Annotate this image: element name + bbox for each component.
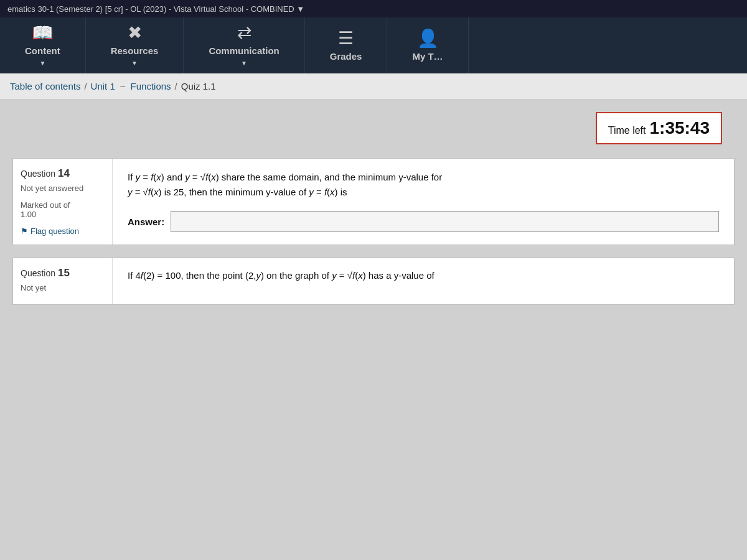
question-14-sidebar: Question 14 Not yet answered Marked out … <box>13 159 113 245</box>
timer-value: 1:35:43 <box>649 118 710 138</box>
timer-label: Time left <box>608 125 646 136</box>
resources-arrow: ▼ <box>131 60 138 67</box>
breadcrumb-sep2: / <box>175 81 177 91</box>
question-15-number: Question 15 <box>21 267 105 279</box>
nav-label-grades: Grades <box>330 51 362 62</box>
content-arrow: ▼ <box>39 60 45 67</box>
question-15-block: Question 15 Not yet If 4f(2) = 100, then… <box>12 258 735 305</box>
flag-icon: ⚑ <box>21 226 28 236</box>
nav-item-content[interactable]: 📖 Content ▼ <box>0 17 86 73</box>
nav-label-resources: Resources <box>111 45 159 56</box>
question-15-status: Not yet <box>21 283 105 292</box>
question-15-sidebar: Question 15 Not yet <box>13 258 113 304</box>
my-tools-icon: 👤 <box>417 30 439 47</box>
breadcrumb-sep1: / <box>84 81 87 91</box>
nav-item-grades[interactable]: ☰ Grades <box>305 17 388 73</box>
nav-label-content: Content <box>25 45 60 56</box>
breadcrumb-tilde: ~ <box>120 81 126 91</box>
nav-item-resources[interactable]: ✖ Resources ▼ <box>86 17 184 73</box>
nav-bar: 📖 Content ▼ ✖ Resources ▼ ⇄ Communicatio… <box>0 17 747 73</box>
breadcrumb-toc[interactable]: Table of contents <box>10 81 80 91</box>
timer-box: Time left1:35:43 <box>596 112 722 144</box>
nav-item-communication[interactable]: ⇄ Communication ▼ <box>184 17 304 73</box>
top-bar: ematics 30-1 (Semester 2) [5 cr] - OL (2… <box>0 0 747 17</box>
nav-label-communication: Communication <box>209 45 279 56</box>
flag-question-14-button[interactable]: ⚑ Flag question <box>21 226 105 236</box>
answer-input-14[interactable] <box>171 211 719 232</box>
nav-item-my-tools[interactable]: 👤 My T… <box>387 17 468 73</box>
question-14-body: If y = f(x) and y = √f(x) share the same… <box>113 159 734 245</box>
main-content: Time left1:35:43 Question 14 Not yet ans… <box>0 100 747 317</box>
breadcrumb-functions[interactable]: Functions <box>131 81 171 91</box>
question-14-number: Question 14 <box>21 167 105 180</box>
answer-label: Answer: <box>128 217 164 227</box>
page-title: ematics 30-1 (Semester 2) [5 cr] - OL (2… <box>7 4 304 14</box>
timer-container: Time left1:35:43 <box>12 112 735 151</box>
grades-icon: ☰ <box>338 30 354 47</box>
breadcrumb: Table of contents / Unit 1 ~ Functions /… <box>0 73 747 100</box>
question-14-answer-row: Answer: <box>128 211 719 232</box>
breadcrumb-current: Quiz 1.1 <box>181 81 216 91</box>
question-14-text: If y = f(x) and y = √f(x) share the same… <box>128 170 719 200</box>
resources-icon: ✖ <box>128 24 142 42</box>
question-14-status: Not yet answered <box>21 184 105 193</box>
communication-arrow: ▼ <box>241 60 247 67</box>
communication-icon: ⇄ <box>237 24 251 42</box>
breadcrumb-unit[interactable]: Unit 1 <box>91 81 115 91</box>
question-15-text: If 4f(2) = 100, then the point (2,y) on … <box>128 268 719 283</box>
nav-label-my-tools: My T… <box>412 51 443 62</box>
question-15-body: If 4f(2) = 100, then the point (2,y) on … <box>113 258 734 304</box>
question-14-block: Question 14 Not yet answered Marked out … <box>12 158 735 245</box>
content-icon: 📖 <box>32 24 54 42</box>
question-14-marked: Marked out of 1.00 <box>21 200 105 219</box>
